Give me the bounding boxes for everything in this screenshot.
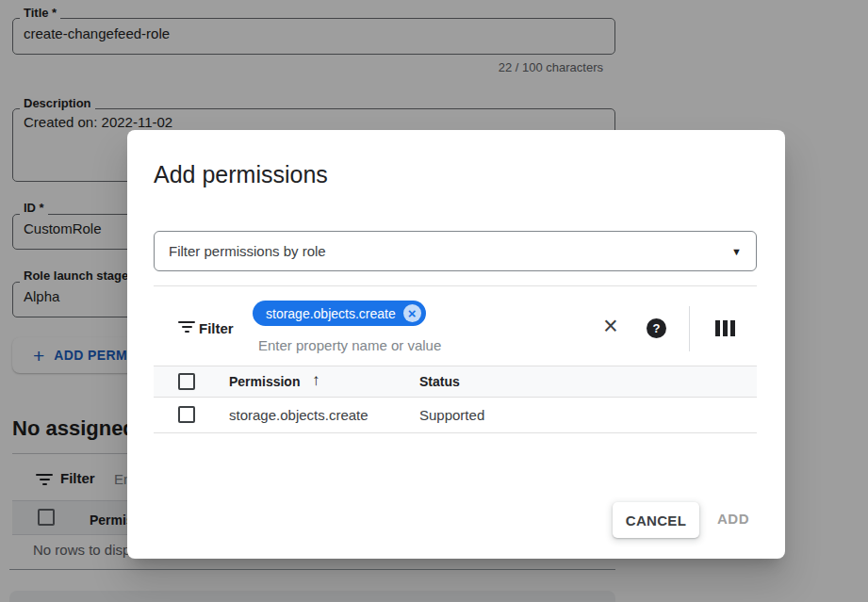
filter-icon <box>178 321 195 334</box>
chip-close-icon[interactable]: × <box>403 304 421 322</box>
help-icon[interactable]: ? <box>647 318 666 338</box>
column-display-icon[interactable] <box>715 320 735 336</box>
row-permission-cell: storage.objects.create <box>229 407 368 423</box>
add-button[interactable]: ADD <box>717 511 749 527</box>
add-permissions-dialog: Add permissions Filter permissions by ro… <box>127 130 785 559</box>
permission-column-header[interactable]: Permission <box>229 374 300 389</box>
select-all-checkbox[interactable] <box>178 373 195 390</box>
dialog-title: Add permissions <box>154 161 328 188</box>
chevron-down-icon: ▼ <box>731 246 742 257</box>
status-column-header[interactable]: Status <box>419 374 460 389</box>
cancel-button[interactable]: CANCEL <box>613 502 699 538</box>
modal-filter-input[interactable]: Enter property name or value <box>258 337 441 353</box>
row-status-cell: Supported <box>419 407 484 423</box>
filter-chip-label: storage.objects.create <box>266 306 396 321</box>
toolbar-top-divider <box>154 285 757 286</box>
modal-filter-label: Filter <box>199 320 234 336</box>
table-row-divider <box>154 432 757 433</box>
toolbar-vertical-divider <box>689 306 690 351</box>
filter-permissions-by-role-dropdown[interactable]: Filter permissions by role ▼ <box>154 231 757 271</box>
filter-chip[interactable]: storage.objects.create × <box>253 301 426 326</box>
row-checkbox[interactable] <box>178 406 195 423</box>
role-dropdown-placeholder: Filter permissions by role <box>169 243 731 259</box>
clear-filter-icon[interactable]: × <box>597 312 625 340</box>
sort-ascending-icon[interactable]: ↑ <box>312 371 320 390</box>
